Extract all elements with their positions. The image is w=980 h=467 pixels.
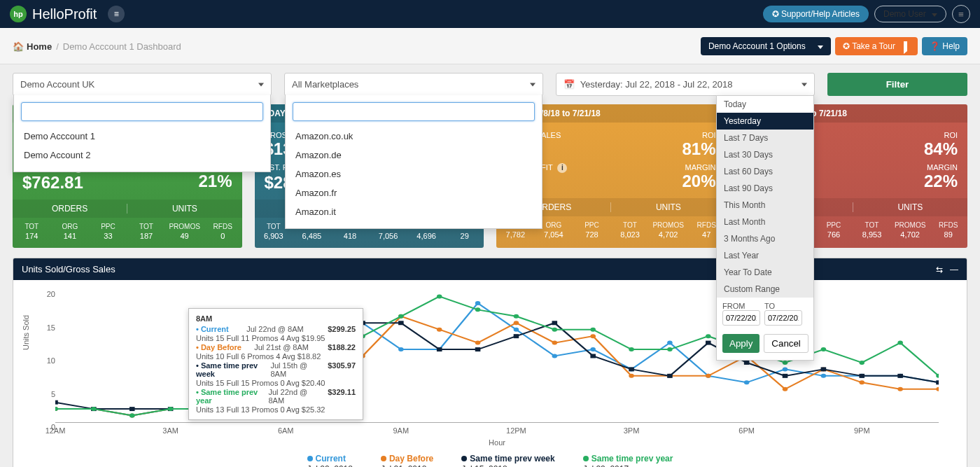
date-range-dropdown: TodayYesterdayLast 7 DaysLast 30 DaysLas… — [716, 95, 814, 361]
date-range-select[interactable]: 📅 Yesterday: Jul 22, 2018 - Jul 22, 2018… — [556, 73, 815, 96]
date-range-option[interactable]: Last 90 Days — [717, 180, 813, 197]
breadcrumb-current: Demo Acccount 1 Dashboard — [63, 41, 181, 52]
svg-rect-64 — [667, 374, 673, 378]
date-from-input[interactable] — [722, 310, 760, 326]
help-button[interactable]: ❓ Help — [922, 37, 967, 55]
svg-point-94 — [897, 341, 903, 345]
marketplace-option[interactable]: Amazon.it — [293, 202, 535, 221]
date-range-option[interactable]: Last 30 Days — [717, 146, 813, 163]
date-apply-button[interactable]: Apply — [722, 334, 760, 353]
svg-point-34 — [437, 328, 442, 332]
brand-name: HelloProfit — [32, 6, 97, 22]
svg-rect-58 — [437, 347, 442, 351]
marketplace-search-input[interactable] — [293, 102, 535, 121]
date-range-option[interactable]: Last Year — [717, 247, 813, 264]
date-from-label: FROM — [722, 302, 760, 310]
support-button[interactable]: ✪ Support/Help Articles — [763, 6, 869, 22]
date-range-option[interactable]: Last 60 Days — [717, 163, 813, 180]
marketplace-option[interactable]: Amazon.co.uk — [293, 127, 535, 146]
legend-item[interactable]: Same time prev weekJul 15, 2018146 Units — [461, 454, 554, 467]
marketplace-option[interactable]: Amazon.es — [293, 165, 535, 183]
svg-point-20 — [821, 374, 827, 378]
svg-rect-65 — [706, 341, 711, 345]
svg-point-93 — [859, 361, 864, 365]
chart-x-label: Hour — [55, 438, 939, 447]
svg-point-92 — [821, 347, 827, 351]
brand-logo-icon: hp — [10, 6, 27, 22]
account-option[interactable]: Demo Account 2 — [21, 146, 263, 165]
legend-item[interactable]: Same time prev yearJul 22, 2017232 Units — [583, 454, 673, 467]
svg-point-36 — [514, 321, 519, 325]
date-range-option[interactable]: This Month — [717, 197, 813, 214]
take-tour-button[interactable]: ✪ Take a Tour — [835, 37, 918, 55]
marketplace-select[interactable]: All Marketplaces Amazon.co.uk Amazon.de … — [284, 73, 543, 96]
calendar-icon: 📅 — [564, 79, 575, 90]
svg-point-46 — [897, 387, 903, 391]
svg-rect-66 — [744, 361, 750, 365]
svg-point-91 — [783, 361, 788, 365]
account-dropdown: Demo Acccount 1 Demo Account 2 — [13, 95, 271, 172]
svg-rect-57 — [398, 321, 404, 325]
svg-point-35 — [475, 341, 481, 345]
svg-point-74 — [130, 414, 135, 418]
account-option[interactable]: Demo Acccount 1 — [21, 127, 263, 146]
more-menu-icon[interactable]: ≡ — [952, 5, 970, 23]
svg-point-13 — [552, 354, 558, 358]
svg-rect-59 — [475, 347, 481, 351]
menu-toggle-icon[interactable]: ≡ — [108, 6, 125, 22]
chart-y-label: Units Sold — [22, 315, 30, 350]
svg-point-84 — [514, 314, 519, 319]
chart-tooltip: 8AM • CurrentJul 22nd @ 8AM $299.25 Unit… — [188, 308, 363, 420]
svg-point-19 — [783, 367, 788, 371]
date-range-option[interactable]: Year To Date — [717, 264, 813, 281]
date-range-option[interactable]: 3 Months Ago — [717, 230, 813, 247]
account-search-input[interactable] — [21, 102, 263, 121]
svg-point-37 — [552, 341, 558, 345]
date-range-option[interactable]: Today — [717, 96, 813, 113]
marketplace-dropdown: Amazon.co.uk Amazon.de Amazon.es Amazon.… — [285, 95, 542, 229]
marketplace-option[interactable]: Amazon.de — [293, 146, 535, 165]
svg-point-85 — [552, 328, 558, 332]
svg-point-83 — [475, 307, 481, 312]
date-range-option[interactable]: Last Month — [717, 214, 813, 230]
svg-point-16 — [667, 341, 673, 345]
svg-point-82 — [437, 294, 442, 298]
user-menu-button[interactable]: Demo User — [874, 6, 946, 22]
date-to-input[interactable] — [764, 310, 802, 326]
svg-rect-71 — [936, 380, 939, 384]
brand-logo[interactable]: hp HelloProfit — [10, 6, 97, 22]
svg-rect-69 — [859, 374, 864, 378]
chart-swap-icon[interactable]: ⇆ — [936, 265, 943, 274]
legend-item[interactable]: CurrentJul 22, 2018187 Units — [307, 454, 353, 467]
svg-point-12 — [514, 328, 519, 332]
svg-point-41 — [706, 374, 711, 378]
svg-point-18 — [744, 380, 750, 384]
date-range-option[interactable]: Custom Range — [717, 281, 813, 298]
legend-item[interactable]: Day BeforeJul 21, 2018180 Units — [381, 454, 433, 467]
chart-title: Units Sold/Gross Sales — [22, 264, 115, 274]
svg-rect-48 — [55, 400, 58, 405]
svg-point-73 — [91, 407, 97, 411]
home-icon: 🏠 — [13, 41, 24, 52]
date-range-option[interactable]: Last 7 Days — [717, 130, 813, 146]
account-select[interactable]: Demo Account UK Demo Acccount 1 Demo Acc… — [13, 73, 272, 96]
svg-point-87 — [629, 347, 634, 351]
svg-point-88 — [667, 347, 673, 351]
marketplace-option[interactable]: Amazon.fr — [293, 183, 535, 202]
svg-point-81 — [398, 314, 404, 319]
svg-point-72 — [55, 407, 58, 411]
svg-rect-60 — [514, 334, 519, 338]
svg-point-39 — [629, 374, 634, 378]
date-range-option[interactable]: Yesterday — [717, 113, 813, 130]
account-options-button[interactable]: Demo Acccount 1 Options — [701, 37, 831, 55]
chart-minimize-icon[interactable]: — — [950, 265, 958, 274]
svg-point-38 — [590, 334, 596, 338]
svg-point-9 — [398, 347, 404, 351]
date-cancel-button[interactable]: Cancel — [764, 334, 808, 353]
breadcrumb-home[interactable]: Home — [27, 41, 52, 52]
svg-point-45 — [859, 380, 864, 384]
svg-point-11 — [475, 301, 481, 305]
svg-point-75 — [168, 407, 174, 411]
filter-button[interactable]: Filter — [827, 73, 967, 96]
svg-rect-67 — [783, 374, 788, 378]
